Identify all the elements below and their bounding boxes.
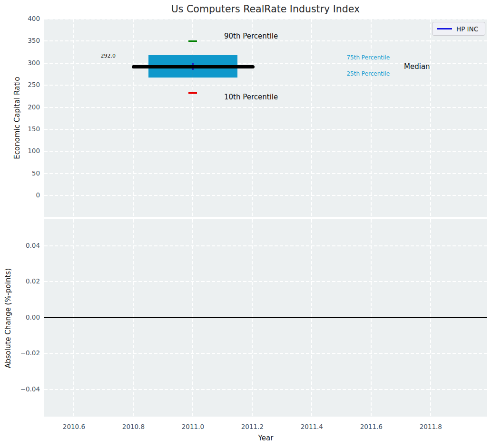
grid-line-vertical bbox=[252, 19, 253, 217]
annotation-90th-percentile: 90th Percentile bbox=[224, 32, 278, 40]
y-tick-label: −0.04 bbox=[0, 385, 40, 393]
y-tick-label: 0 bbox=[0, 191, 40, 199]
grid-line-horizontal bbox=[44, 85, 487, 86]
figure: Us Computers RealRate Industry Index 400… bbox=[0, 0, 492, 448]
annotation-75th-percentile: 75th Percentile bbox=[346, 54, 390, 61]
annotation-median: Median bbox=[404, 62, 430, 71]
x-tick-label: 2011.4 bbox=[301, 423, 323, 430]
axes-bottom bbox=[44, 219, 487, 417]
y-tick-label: 50 bbox=[0, 169, 40, 177]
y-axis-label-bottom: Absolute Change (%-points) bbox=[4, 268, 12, 368]
grid-line-vertical bbox=[311, 19, 312, 217]
grid-line-horizontal bbox=[44, 19, 487, 19]
median-line bbox=[132, 65, 254, 68]
y-tick-label: 400 bbox=[0, 15, 40, 22]
grid-line-horizontal bbox=[44, 245, 487, 246]
grid-line-horizontal bbox=[44, 151, 487, 152]
annotation-292-0: 292.0 bbox=[101, 53, 116, 59]
grid-line-vertical bbox=[73, 19, 74, 217]
grid-line-horizontal bbox=[44, 389, 487, 390]
x-axis-label: Year bbox=[258, 434, 274, 442]
grid-line-vertical bbox=[430, 19, 431, 217]
x-tick-label: 2011.0 bbox=[182, 423, 204, 430]
x-tick-label: 2011.2 bbox=[241, 423, 264, 430]
legend: HP INC bbox=[432, 22, 485, 36]
x-tick-label: 2011.8 bbox=[420, 423, 442, 430]
y-tick-label: 350 bbox=[0, 37, 40, 44]
axes-top bbox=[44, 19, 487, 217]
grid-line-horizontal bbox=[44, 353, 487, 354]
y-tick-label: 0.04 bbox=[0, 242, 40, 249]
y-axis-label-top: Economic Capital Ratio bbox=[13, 77, 21, 159]
grid-line-horizontal bbox=[44, 40, 487, 41]
x-tick-label: 2010.8 bbox=[122, 423, 145, 430]
grid-line-vertical bbox=[133, 19, 134, 217]
grid-line-horizontal bbox=[44, 173, 487, 174]
whisker-cap-90th bbox=[188, 40, 197, 42]
annotation-25th-percentile: 25th Percentile bbox=[346, 70, 390, 77]
whisker-cap-10th bbox=[188, 92, 197, 94]
grid-line-horizontal bbox=[44, 281, 487, 282]
zero-line bbox=[44, 317, 487, 318]
legend-line-sample bbox=[437, 28, 452, 29]
grid-line-horizontal bbox=[44, 129, 487, 130]
x-tick-label: 2011.6 bbox=[360, 423, 383, 430]
legend-label: HP INC bbox=[456, 25, 478, 33]
y-tick-label: 300 bbox=[0, 59, 40, 67]
grid-line-horizontal bbox=[44, 195, 487, 196]
grid-line-vertical bbox=[371, 19, 372, 217]
grid-line-horizontal bbox=[44, 107, 487, 108]
x-tick-label: 2010.6 bbox=[63, 423, 85, 430]
chart-title: Us Computers RealRate Industry Index bbox=[171, 3, 360, 15]
annotation-10th-percentile: 10th Percentile bbox=[224, 93, 278, 101]
